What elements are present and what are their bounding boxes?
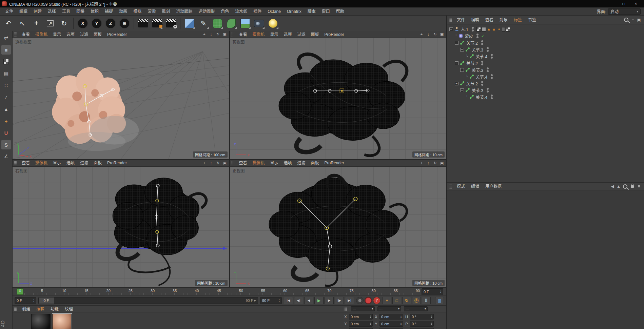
next-key-button[interactable]: |▶ bbox=[335, 297, 344, 304]
tree-row-joint[interactable]: └ 关节.4 bbox=[447, 94, 644, 100]
pan-icon[interactable]: + bbox=[202, 32, 207, 37]
visibility-dots[interactable] bbox=[487, 67, 489, 72]
render-settings-button[interactable] bbox=[164, 17, 177, 30]
panel-icon[interactable]: ▣ bbox=[636, 18, 642, 22]
object-label[interactable]: 关节.4 bbox=[476, 54, 487, 59]
search-icon[interactable] bbox=[624, 18, 628, 22]
panel-handle-icon[interactable] bbox=[14, 307, 17, 311]
rotate-tool-button[interactable]: ↻ bbox=[58, 17, 71, 30]
tree-row-joint[interactable]: └ 关节.4 bbox=[447, 73, 644, 80]
maximize-button[interactable]: □ bbox=[618, 0, 630, 7]
coord-mode-select[interactable]: ---▾ bbox=[377, 306, 401, 311]
collapse-icon[interactable]: − bbox=[455, 61, 458, 65]
coord-mode-select[interactable]: ---▾ bbox=[351, 306, 375, 311]
menu-item[interactable]: 文件 bbox=[2, 7, 16, 16]
object-label[interactable]: 关节.3 bbox=[472, 87, 483, 93]
menu-icon[interactable]: ≡ bbox=[636, 184, 642, 189]
menu-item[interactable]: 雕刻 bbox=[159, 7, 173, 16]
pick-icon[interactable]: ▲ bbox=[616, 184, 622, 189]
menu-item[interactable]: Octane bbox=[265, 7, 284, 16]
collapse-icon[interactable]: − bbox=[455, 82, 458, 85]
am-menu-userdata[interactable]: 用户数据 bbox=[483, 182, 504, 191]
menu-item[interactable]: 模拟 bbox=[130, 7, 144, 16]
search-icon[interactable] bbox=[623, 184, 627, 189]
viewport-menu-prorender[interactable]: ProRender bbox=[105, 31, 129, 38]
menu-item[interactable]: 选择 bbox=[45, 7, 59, 16]
object-label[interactable]: 蒙皮 bbox=[465, 33, 473, 39]
menu-item[interactable]: Ornatrix bbox=[284, 7, 305, 16]
move-tool-button[interactable]: + bbox=[30, 17, 43, 30]
octane-object-tag[interactable]: ▲ bbox=[492, 27, 496, 32]
tree-row-figure[interactable]: − 人.1 ▲ ▲ ● bbox=[447, 26, 644, 33]
pan-icon[interactable]: + bbox=[419, 161, 424, 165]
om-menu-file[interactable]: 文件 bbox=[454, 16, 468, 24]
object-label[interactable]: 关节.4 bbox=[476, 94, 487, 100]
subdivision-surface-button[interactable] bbox=[211, 17, 224, 30]
menu-item[interactable]: 脚本 bbox=[305, 7, 319, 16]
current-frame-field[interactable]: 0 F ▴▾ bbox=[15, 297, 36, 304]
maximize-viewport-icon[interactable]: ▣ bbox=[439, 161, 445, 165]
material-thumbnail[interactable] bbox=[31, 314, 51, 329]
collapse-icon[interactable]: − bbox=[460, 48, 464, 52]
panel-handle-icon[interactable] bbox=[231, 161, 235, 165]
viewport-menu-filter[interactable]: 过滤 bbox=[78, 160, 91, 167]
timeline-range-slider[interactable]: 0 F 90 F ▸ bbox=[38, 297, 258, 304]
menu-item[interactable]: 编辑 bbox=[16, 7, 31, 16]
orbit-icon[interactable]: ↻ bbox=[215, 161, 221, 165]
interface-select[interactable]: 启动 ▾ bbox=[608, 8, 641, 15]
visibility-dots[interactable] bbox=[491, 54, 493, 59]
mm-menu-function[interactable]: 功能 bbox=[48, 306, 61, 312]
range-slider-handle[interactable]: 0 F bbox=[39, 297, 54, 304]
panel-handle-icon[interactable] bbox=[231, 32, 235, 37]
viewport-menu-camera[interactable]: 摄像机 bbox=[33, 160, 50, 167]
menu-item[interactable]: 动画 bbox=[116, 7, 130, 16]
panel-handle-icon[interactable] bbox=[14, 32, 17, 37]
camera-button[interactable] bbox=[253, 17, 266, 30]
viewport-menu-display[interactable]: 显示 bbox=[268, 31, 281, 38]
object-label[interactable]: 关节.2 bbox=[466, 40, 478, 46]
viewport-menu-display[interactable]: 显示 bbox=[268, 160, 281, 167]
stepper-icon[interactable]: ▴▾ bbox=[33, 299, 34, 302]
viewport-menu-filter[interactable]: 过滤 bbox=[295, 160, 308, 167]
goto-end-button[interactable]: ▶| bbox=[345, 297, 354, 304]
viewport-menu-filter[interactable]: 过滤 bbox=[78, 31, 91, 38]
viewport-menu-options[interactable]: 选项 bbox=[64, 31, 77, 38]
key-pla-button[interactable]: ⠿ bbox=[422, 297, 431, 304]
menu-item[interactable]: 渲染 bbox=[144, 7, 159, 16]
viewport-menu-options[interactable]: 选项 bbox=[64, 160, 77, 167]
rotation-p-field[interactable]: 0 °▴▾ bbox=[410, 321, 434, 327]
mm-menu-texture[interactable]: 纹理 bbox=[62, 306, 76, 312]
viewport-menu-view[interactable]: 查看 bbox=[237, 31, 250, 38]
rotation-h-field[interactable]: 0 °▴▾ bbox=[410, 314, 434, 320]
enabled-check-icon[interactable]: ✓ bbox=[481, 34, 485, 38]
om-menu-edit[interactable]: 编辑 bbox=[468, 16, 482, 24]
viewport-menu-camera[interactable]: 摄像机 bbox=[250, 160, 267, 167]
menu-item[interactable]: 运动图形 bbox=[195, 7, 218, 16]
menu-item[interactable]: 体积 bbox=[87, 7, 102, 16]
dolly-icon[interactable]: ↕ bbox=[209, 161, 214, 165]
compositing-tag[interactable] bbox=[506, 27, 510, 32]
bend-deformer-button[interactable] bbox=[225, 17, 238, 30]
viewport-menu-view[interactable]: 查看 bbox=[237, 160, 250, 167]
mm-menu-edit[interactable]: 编辑 bbox=[34, 306, 47, 312]
collapse-icon[interactable]: − bbox=[460, 68, 464, 72]
tree-row-joint[interactable]: − 关节.2 bbox=[447, 39, 644, 46]
key-scale-button[interactable]: □ bbox=[392, 297, 401, 304]
viewport-menu-panel[interactable]: 面板 bbox=[91, 160, 104, 167]
panel-handle-icon[interactable] bbox=[449, 184, 452, 189]
panel-handle-icon[interactable] bbox=[449, 18, 452, 22]
menu-item[interactable]: 捕捉 bbox=[102, 7, 116, 16]
visibility-dots[interactable] bbox=[481, 61, 483, 65]
timeline-ruler[interactable]: 051015202530354045505560657075808590 0 F… bbox=[13, 287, 446, 295]
render-view-button[interactable] bbox=[137, 17, 150, 30]
menu-item[interactable]: 插件 bbox=[250, 7, 265, 16]
close-button[interactable]: × bbox=[630, 0, 642, 7]
viewport-menu-view[interactable]: 查看 bbox=[19, 160, 32, 167]
orbit-icon[interactable]: ↻ bbox=[432, 161, 438, 165]
polygons-mode-button[interactable]: ▲ bbox=[1, 104, 11, 114]
viewport-menu-prorender[interactable]: ProRender bbox=[322, 31, 347, 38]
key-parameter-button[interactable]: Ⓟ bbox=[412, 297, 421, 304]
dolly-icon[interactable]: ↕ bbox=[209, 32, 214, 37]
enable-snap-button[interactable]: U bbox=[1, 128, 11, 138]
tree-row-joint[interactable]: − 关节.2 bbox=[447, 80, 644, 87]
